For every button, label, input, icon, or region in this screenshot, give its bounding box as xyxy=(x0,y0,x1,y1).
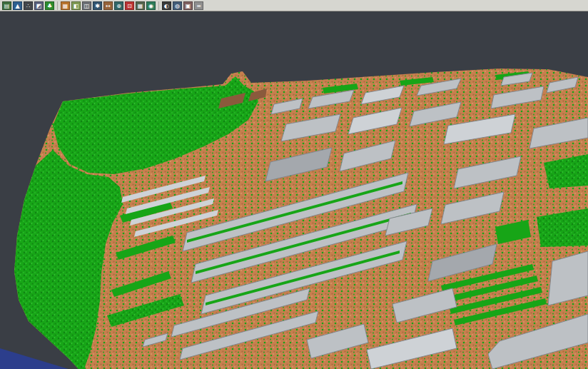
toolbar-separator xyxy=(158,1,159,10)
terrain-view-icon[interactable]: ▲ xyxy=(13,1,22,10)
class-palette-icon[interactable]: ▦ xyxy=(61,1,70,10)
crop-region-icon[interactable]: ⊡ xyxy=(125,1,134,10)
globe-view-icon[interactable]: ◍ xyxy=(173,1,182,10)
map-layers-icon[interactable]: ▤ xyxy=(2,1,11,10)
vegetation-class-icon[interactable]: ♣ xyxy=(45,1,54,10)
camera-view-icon[interactable]: ◉ xyxy=(146,1,156,10)
settings-gear-icon[interactable]: ✱ xyxy=(93,1,102,10)
texture-toggle-icon[interactable]: ◫ xyxy=(82,1,91,10)
toolbar: ▤▲∴◩♣▦◧◫✱↔⊕⊡▦◉◐◍▣≡ xyxy=(0,0,588,11)
snapshot-icon[interactable]: ▣ xyxy=(183,1,193,10)
render-shaded-icon[interactable]: ◐ xyxy=(162,1,171,10)
viewport-3d[interactable] xyxy=(0,0,588,369)
report-list-icon[interactable]: ≡ xyxy=(194,1,203,10)
grid-toggle-icon[interactable]: ▦ xyxy=(136,1,145,10)
scene-svg xyxy=(0,0,588,369)
measure-tool-icon[interactable]: ↔ xyxy=(103,1,113,10)
point-cloud-icon[interactable]: ∴ xyxy=(24,1,33,10)
toolbar-separator xyxy=(57,1,58,10)
surface-model-icon[interactable]: ◩ xyxy=(34,1,44,10)
corner-blue-wedge xyxy=(0,348,69,369)
orthophoto-icon[interactable]: ◧ xyxy=(71,1,81,10)
zoom-extents-icon[interactable]: ⊕ xyxy=(114,1,123,10)
